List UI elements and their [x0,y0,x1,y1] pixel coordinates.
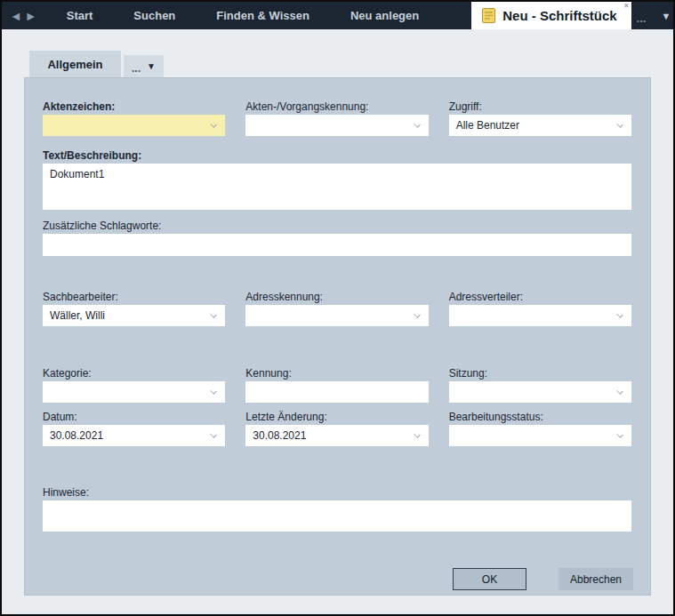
bearbeitungsstatus-combobox[interactable] [449,425,631,446]
aktenzeichen-label: Aktenzeichen: [43,100,225,114]
page-tab-strip: Allgemein ... ▼ [29,51,164,77]
form-row-3: Kategorie: Kennung: Sitzung: [43,367,631,403]
field-text-beschreibung: Text/Beschreibung: Dokument1 [43,149,631,210]
aktenzeichen-combobox[interactable] [43,115,225,136]
field-sitzung: Sitzung: [449,367,631,403]
field-adresskennung: Adresskennung: [245,291,428,326]
kennung-label: Kennung: [245,367,428,380]
active-document-tab[interactable]: Neu - Schriftstück ✕ [471,2,631,29]
scroll-right-icon[interactable]: ► [25,10,37,22]
vorgangskennung-combobox[interactable] [245,115,428,136]
chevron-down-icon [616,311,623,318]
field-adressverteiler: Adressverteiler: [449,291,631,326]
adresskennung-combobox[interactable] [245,305,428,326]
chevron-down-icon [211,388,218,395]
active-tab-title: Neu - Schriftstück [502,8,616,23]
sachbearbeiter-value: Wäller, Willi [50,309,105,322]
ribbon-tab-start[interactable]: Start [46,2,114,29]
letzte-aenderung-combobox[interactable]: 30.08.2021 [245,425,428,446]
text-beschreibung-label: Text/Beschreibung: [43,149,631,163]
adressverteiler-label: Adressverteiler: [449,291,631,304]
datum-value: 30.08.2021 [50,429,103,442]
adressverteiler-combobox[interactable] [449,305,631,326]
kennung-input[interactable] [245,381,428,403]
chevron-down-icon [616,388,623,395]
form-row-4: Datum: 30.08.2021 Letzte Änderung: 30.08… [43,411,631,446]
field-hinweise: Hinweise: [43,486,631,532]
ok-button[interactable]: OK [453,568,526,590]
chevron-down-icon: ▼ [147,61,156,71]
cancel-button[interactable]: Abbrechen [558,568,633,590]
tab-close-icon[interactable]: ✕ [623,3,630,10]
field-zugriff: Zugriff: Alle Benutzer [449,100,631,136]
sachbearbeiter-label: Sachbearbeiter: [43,291,225,304]
chevron-down-icon [414,121,421,128]
allgemein-form-panel: Aktenzeichen: Akten-/Vorgangskennung: Zu… [24,77,651,596]
form-row-text: Text/Beschreibung: Dokument1 [43,149,631,210]
field-letzte-aenderung: Letzte Änderung: 30.08.2021 [245,411,428,446]
field-kategorie: Kategorie: [43,367,225,403]
tab-overflow-dots-icon[interactable]: ... [635,6,652,25]
field-sachbearbeiter: Sachbearbeiter: Wäller, Willi [43,291,225,326]
schlagworte-label: Zusätzliche Schlagworte: [43,220,631,233]
chevron-down-icon [211,431,218,438]
application-window: ◄ ► Start Suchen Finden & Wissen Neu anl… [0,0,675,616]
field-vorgangskennung: Akten-/Vorgangskennung: [245,100,428,136]
sachbearbeiter-combobox[interactable]: Wäller, Willi [43,305,225,326]
scroll-left-icon[interactable]: ◄ [10,10,22,22]
field-bearbeitungsstatus: Bearbeitungsstatus: [449,411,631,446]
field-kennung: Kennung: [245,367,428,403]
kategorie-combobox[interactable] [43,381,225,403]
chevron-down-icon [616,431,623,438]
zugriff-value: Alle Benutzer [456,119,519,132]
field-aktenzeichen: Aktenzeichen: [43,100,225,136]
chevron-down-icon [211,121,218,128]
more-tabs-dots-icon: ... [132,58,141,75]
text-beschreibung-textarea[interactable]: Dokument1 [43,164,631,210]
form-row-2: Sachbearbeiter: Wäller, Willi Adresskenn… [43,291,631,326]
sitzung-label: Sitzung: [449,367,631,380]
adresskennung-label: Adresskennung: [245,291,428,304]
datum-combobox[interactable]: 30.08.2021 [43,425,225,446]
tab-overflow-button[interactable]: ... ▼ [124,55,164,77]
zugriff-combobox[interactable]: Alle Benutzer [449,115,631,136]
hinweise-textarea[interactable] [43,500,631,532]
ribbon-tab-suchen[interactable]: Suchen [113,2,196,29]
form-row-1: Aktenzeichen: Akten-/Vorgangskennung: Zu… [43,100,631,136]
form-row-hinweise: Hinweise: [43,486,631,532]
kategorie-label: Kategorie: [43,367,225,380]
tab-scroll-arrows: ◄ ► [2,2,46,29]
chevron-down-icon [414,431,421,438]
chevron-down-icon [211,311,218,318]
zugriff-label: Zugriff: [449,100,631,114]
form-row-schlagworte: Zusätzliche Schlagworte: [43,220,631,256]
tab-allgemein[interactable]: Allgemein [29,51,121,77]
vorgangskennung-label: Akten-/Vorgangskennung: [245,100,428,114]
tab-list-dropdown-icon[interactable]: ▼ [651,11,675,21]
letzte-aenderung-label: Letzte Änderung: [245,411,428,424]
sitzung-combobox[interactable] [449,381,631,403]
topbar-controls: ... ▼ ✕ [635,2,675,29]
dialog-button-row: OK Abbrechen [453,568,633,590]
datum-label: Datum: [43,411,225,424]
letzte-aenderung-value: 30.08.2021 [253,429,306,442]
document-icon [482,8,495,23]
ribbon-tab-finden-wissen[interactable]: Finden & Wissen [196,2,330,29]
ribbon-tab-neu-anlegen[interactable]: Neu anlegen [330,2,439,29]
chevron-down-icon [414,311,421,318]
chevron-down-icon [616,121,623,128]
bearbeitungsstatus-label: Bearbeitungsstatus: [449,411,631,424]
schlagworte-input[interactable] [43,234,631,256]
field-schlagworte: Zusätzliche Schlagworte: [43,220,631,256]
hinweise-label: Hinweise: [43,486,631,500]
field-datum: Datum: 30.08.2021 [43,411,225,446]
ribbon-tab-bar: ◄ ► Start Suchen Finden & Wissen Neu anl… [2,2,673,29]
